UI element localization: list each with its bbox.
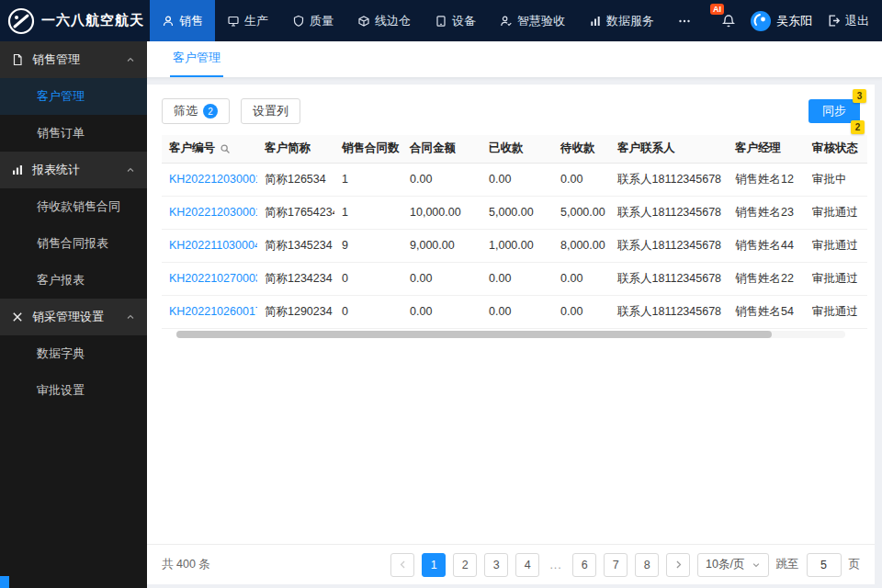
customer-code-link[interactable]: KH202211030004 <box>162 229 257 262</box>
nav-smart-acceptance[interactable]: 智慧验收 <box>488 0 577 41</box>
nav-more[interactable] <box>666 0 703 41</box>
col-label: 客户编号 <box>169 141 215 156</box>
sidebar-item-label: 销售合同报表 <box>37 235 108 252</box>
customer-code-link[interactable]: KH202210270003 <box>162 262 257 295</box>
col-contract-amount: 合同金额 <box>402 135 481 163</box>
sidebar-item-pending-receivable-contracts[interactable]: 待收款销售合同 <box>0 188 147 225</box>
cell-contact: 联系人18112345678 <box>610 196 728 229</box>
sidebar-item-label: 客户管理 <box>37 88 85 105</box>
nav-quality[interactable]: 质量 <box>280 0 345 41</box>
customer-code-link[interactable]: KH202212030001 <box>162 163 257 196</box>
content-card: 筛选 2 设置列 3 同步 2 <box>147 85 875 584</box>
col-pending: 待收款 <box>553 135 610 163</box>
prev-page-button[interactable] <box>390 553 414 577</box>
horizontal-scrollbar[interactable] <box>176 331 845 338</box>
page-ellipsis[interactable]: ... <box>547 559 565 571</box>
content-spacer <box>147 338 875 545</box>
customer-code-link[interactable]: KH202210260017 <box>162 295 257 328</box>
cell-contract-count: 0 <box>334 295 402 328</box>
table-row[interactable]: KH202212030001 简称126534 1 0.00 0.00 0.00… <box>162 163 867 196</box>
cell-received: 0.00 <box>481 163 553 196</box>
jump-input[interactable] <box>807 553 842 577</box>
cell-manager: 销售姓名44 <box>728 229 805 262</box>
cell-contact: 联系人18112345678 <box>610 295 728 328</box>
nav-line-warehouse[interactable]: 线边仓 <box>345 0 423 41</box>
nav-sales[interactable]: 销售 <box>150 0 215 41</box>
col-contact: 客户联系人 <box>610 135 728 163</box>
page-button-3[interactable]: 3 <box>484 553 508 577</box>
nav-data-service[interactable]: 数据服务 <box>577 0 666 41</box>
customer-code-link[interactable]: KH202212030001 <box>162 196 257 229</box>
nav-label: 设备 <box>452 13 476 29</box>
notifications-button[interactable]: AI <box>721 14 736 28</box>
page-size-select[interactable]: 10条/页 <box>697 553 768 577</box>
corner-accent <box>0 576 9 588</box>
cell-audit-status: 审批中 <box>805 163 867 196</box>
sidebar-item-sales-orders[interactable]: 销售订单 <box>0 115 147 152</box>
page-button-2[interactable]: 2 <box>453 553 477 577</box>
page-button-1[interactable]: 1 <box>422 553 446 577</box>
nav-production[interactable]: 生产 <box>215 0 280 41</box>
sidebar-group-report-statistics[interactable]: 报表统计 <box>0 152 147 188</box>
logout-button[interactable]: 退出 <box>827 13 869 29</box>
cell-customer-name: 简称17654234 <box>257 196 334 229</box>
shield-icon <box>292 15 305 28</box>
chevron-down-icon <box>752 560 761 570</box>
sidebar-group-sales-management[interactable]: 销售管理 <box>0 41 147 78</box>
table-row[interactable]: KH202210260017 简称1290234 0 0.00 0.00 0.0… <box>162 295 867 328</box>
pager: 1 2 3 4 ... 6 7 8 10条/页 跳至 页 <box>390 553 860 577</box>
monitor-icon <box>227 15 240 28</box>
sidebar-item-approval-settings[interactable]: 审批设置 <box>0 372 147 409</box>
cell-manager: 销售姓名12 <box>728 163 805 196</box>
cell-audit-status: 审批通过 <box>805 229 867 262</box>
sidebar-group-purchase-settings[interactable]: 销采管理设置 <box>0 299 147 335</box>
sidebar-item-customer-management[interactable]: 客户管理 <box>0 78 147 115</box>
table-row[interactable]: KH202212030001 简称17654234 1 10,000.00 5,… <box>162 196 867 229</box>
ellipsis-icon <box>678 15 691 28</box>
col-customer-name: 客户简称 <box>257 135 334 163</box>
nav-label: 线边仓 <box>375 13 411 29</box>
column-settings-button[interactable]: 设置列 <box>241 98 300 124</box>
filter-button[interactable]: 筛选 2 <box>162 98 230 124</box>
next-page-button[interactable] <box>666 553 690 577</box>
cell-customer-name: 简称1234234 <box>257 262 334 295</box>
nav-equipment[interactable]: 设备 <box>423 0 488 41</box>
cell-pending: 0.00 <box>553 163 610 196</box>
toolbar: 筛选 2 设置列 3 同步 2 <box>147 85 875 135</box>
cell-customer-name: 简称126534 <box>257 163 334 196</box>
sidebar-group-label: 销售管理 <box>32 51 80 68</box>
nav-label: 销售 <box>179 13 203 29</box>
filter-count-badge: 2 <box>203 104 218 119</box>
search-icon[interactable] <box>220 143 231 154</box>
cell-contact: 联系人18112345678 <box>610 163 728 196</box>
sidebar-item-sales-contract-report[interactable]: 销售合同报表 <box>0 225 147 262</box>
page-button-8[interactable]: 8 <box>635 553 659 577</box>
box-icon <box>357 15 370 28</box>
user-menu[interactable]: 吴东阳 <box>751 11 812 31</box>
scrollbar-thumb[interactable] <box>176 331 772 338</box>
sidebar-item-label: 客户报表 <box>37 272 85 288</box>
cell-audit-status: 审批通过 <box>805 295 867 328</box>
chevron-up-icon <box>125 164 136 175</box>
sidebar-item-customer-report[interactable]: 客户报表 <box>0 262 147 299</box>
cell-pending: 0.00 <box>553 262 610 295</box>
sidebar-item-label: 审批设置 <box>37 382 85 399</box>
sidebar-item-data-dictionary[interactable]: 数据字典 <box>0 335 147 372</box>
page-button-6[interactable]: 6 <box>572 553 596 577</box>
table-row[interactable]: KH202211030004 简称1345234 9 9,000.00 1,00… <box>162 229 867 262</box>
jump-label: 跳至 <box>776 557 799 572</box>
page-button-7[interactable]: 7 <box>604 553 628 577</box>
col-contract-count: 销售合同数 <box>334 135 402 163</box>
cell-manager: 销售姓名22 <box>728 262 805 295</box>
page-button-4[interactable]: 4 <box>515 553 539 577</box>
cell-contract-count: 0 <box>334 262 402 295</box>
tab-customer-management[interactable]: 客户管理 <box>170 50 223 77</box>
cell-contract-amount: 0.00 <box>402 163 481 196</box>
cell-received: 1,000.00 <box>481 229 553 262</box>
topbar-right: AI 吴东阳 退出 <box>721 0 882 41</box>
user-name: 吴东阳 <box>776 13 812 29</box>
table-header-row: 客户编号 客户简称 销售合同数 合同金额 已收款 待收款 客户联系人 客户经理 … <box>162 135 867 163</box>
tools-icon <box>11 311 24 323</box>
company-logo-icon <box>7 7 35 35</box>
table-row[interactable]: KH202210270003 简称1234234 0 0.00 0.00 0.0… <box>162 262 867 295</box>
